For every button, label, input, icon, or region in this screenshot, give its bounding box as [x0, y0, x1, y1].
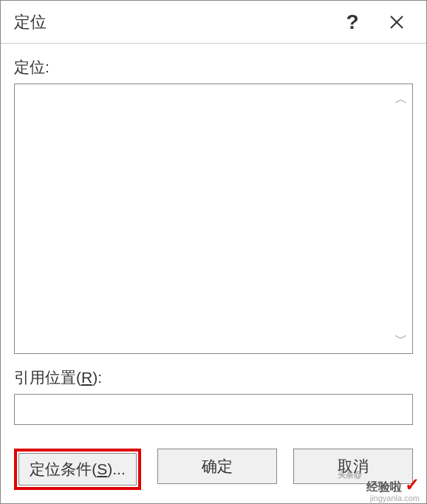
- ok-button[interactable]: 确定: [157, 449, 277, 484]
- goto-listbox[interactable]: ︿ ﹀: [14, 84, 413, 354]
- help-button[interactable]: ?: [330, 1, 375, 44]
- special-button[interactable]: 定位条件(S)...: [18, 453, 137, 486]
- close-icon: [389, 15, 404, 30]
- goto-label: 定位:: [14, 57, 413, 78]
- special-button-highlight: 定位条件(S)...: [14, 449, 141, 490]
- titlebar: 定位 ?: [1, 1, 426, 44]
- button-row: 定位条件(S)... 确定 取消: [1, 438, 426, 503]
- dialog-title: 定位: [14, 11, 330, 33]
- close-button[interactable]: [375, 1, 419, 44]
- scroll-up-icon[interactable]: ︿: [394, 90, 408, 108]
- reference-input[interactable]: [14, 394, 413, 425]
- scroll-down-icon[interactable]: ﹀: [394, 330, 408, 347]
- dialog-content: 定位: ︿ ﹀ 引用位置(R):: [1, 44, 426, 438]
- reference-label: 引用位置(R):: [14, 367, 413, 388]
- watermark-domain: jingyanla.com: [370, 494, 420, 503]
- watermark-small: 头条@: [338, 469, 362, 480]
- goto-dialog: 定位 ? 定位: ︿ ﹀ 引用位置(R): 定位条件(S)... 确定 取消: [0, 0, 427, 504]
